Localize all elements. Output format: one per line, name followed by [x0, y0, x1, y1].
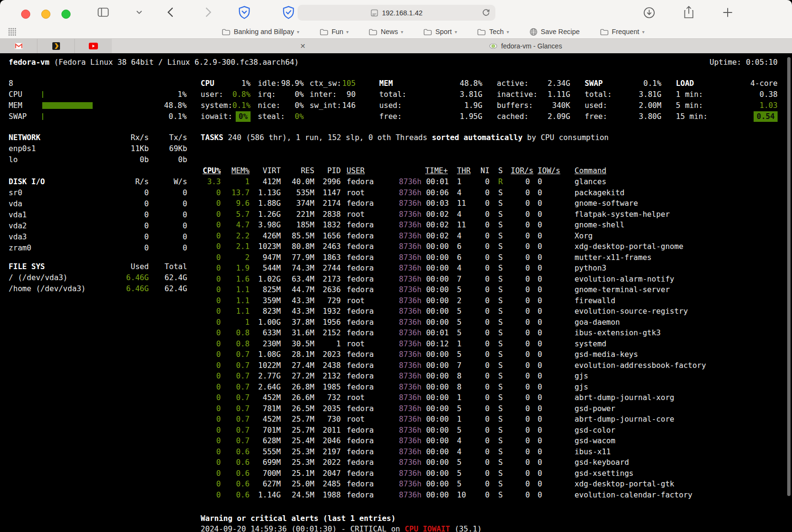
bookmark-news[interactable]: News▾ — [369, 28, 403, 35]
time-hours: 8736h — [399, 285, 421, 294]
process-row: 04.73.98G185M1832fedora8736h 00:02110S00… — [194, 220, 770, 230]
stat-mem2-row: buffers:340K — [497, 100, 570, 111]
stat-value: 3.81G — [460, 89, 482, 100]
cell-user: fedora — [341, 241, 399, 252]
cell-iow: 0 — [530, 490, 559, 500]
stat-value: 2.09G — [548, 111, 570, 122]
cell-cpu: 0 — [194, 436, 221, 446]
close-window-button[interactable] — [21, 10, 30, 19]
close-tab-icon[interactable]: ✕ — [300, 41, 306, 51]
time-hours: 8736h — [399, 307, 421, 316]
column-header-virt[interactable]: VIRT — [250, 166, 281, 176]
process-row: 00.7452M25.7M730root8736h 00:0010S00abrt… — [194, 414, 770, 425]
shield-extension-icon[interactable] — [238, 6, 251, 19]
cell-res: 24.5M — [281, 490, 314, 500]
cell-cmd: evolution-alarm-notify — [559, 274, 770, 284]
cell-ior: 0 — [511, 360, 530, 371]
pinned-tab-gmail[interactable] — [0, 39, 37, 53]
column-header-ni[interactable]: NI — [468, 166, 490, 176]
stat-mem2-row: active:2.34G — [497, 78, 570, 89]
new-tab-button[interactable] — [723, 8, 732, 17]
cell-cmd: gsd-color — [559, 425, 770, 436]
stat-label: used: — [379, 100, 402, 111]
share-button[interactable] — [684, 6, 694, 19]
cell-cmd: xdg-desktop-portal-gnome — [559, 241, 770, 252]
minimize-window-button[interactable] — [41, 10, 50, 19]
bookmark-save-recipe[interactable]: Save Recipe — [529, 28, 580, 36]
pinned-tab-plex[interactable] — [37, 39, 75, 53]
quicklook-label: SWAP — [9, 111, 27, 122]
forward-button[interactable] — [205, 7, 212, 17]
address-bar[interactable]: 192.168.1.42 — [298, 5, 495, 21]
tab-group-chevron-icon[interactable] — [136, 11, 142, 14]
time-minutes: 00:12 — [421, 339, 449, 348]
diskio-row: vda00 — [9, 199, 187, 209]
sidebar-toggle-icon[interactable] — [97, 7, 109, 17]
column-header-pid[interactable]: PID — [314, 166, 341, 176]
cell-cmd: gsd-wacom — [559, 436, 770, 446]
column-header-ior[interactable]: IOR/s — [511, 166, 530, 176]
active-tab[interactable]: ✕ fedora-vm - Glances — [112, 39, 792, 53]
value-2: 62.4G — [165, 272, 187, 283]
column-header-cmd[interactable]: Command — [559, 166, 770, 176]
url-text: 192.168.1.42 — [382, 9, 423, 17]
back-button[interactable] — [167, 7, 173, 17]
column-header-iow[interactable]: IOW/s — [530, 166, 559, 176]
cell-ni: 0 — [468, 263, 490, 273]
cell-virt: 452M — [250, 414, 281, 425]
cell-s: S — [490, 339, 511, 349]
cell-res: 185M — [281, 220, 314, 230]
column-header-cpu[interactable]: CPU% — [194, 166, 221, 176]
zoom-window-button[interactable] — [61, 10, 71, 19]
cell-time: 8736h 00:00 — [399, 252, 448, 263]
downloads-button[interactable] — [643, 7, 655, 19]
bookmark-tech[interactable]: Tech▾ — [477, 28, 509, 35]
value-2: 0 — [183, 199, 187, 209]
time-minutes: 00:00 — [421, 436, 449, 445]
app-grid-icon[interactable] — [8, 28, 16, 36]
col-header: Tx/s — [169, 132, 187, 143]
diskio-row: vda200 — [9, 221, 187, 231]
pinned-tab-youtube[interactable] — [75, 39, 112, 53]
stat-value: 0.54 — [754, 111, 778, 122]
column-header-s[interactable]: S — [490, 166, 511, 176]
bookmark-frequent[interactable]: Frequent▾ — [600, 28, 645, 35]
bookmark-sport[interactable]: Sport▾ — [423, 28, 457, 35]
reload-icon[interactable] — [482, 9, 490, 17]
column-header-thr[interactable]: THR — [448, 166, 468, 176]
time-hours: 8736h — [399, 436, 421, 445]
bookmark-banking-and-billpay[interactable]: Banking and Billpay▾ — [222, 28, 300, 35]
column-header-res[interactable]: RES — [281, 166, 314, 176]
stat-mem2-row: inactive:1.11G — [497, 89, 570, 100]
cell-ni: 0 — [468, 414, 490, 425]
cell-s: S — [490, 414, 511, 425]
col-header: W/s — [174, 177, 187, 187]
stat-swap-row: free:3.80G — [585, 111, 661, 122]
cell-user: fedora — [341, 490, 399, 500]
cell-user: fedora — [341, 252, 399, 263]
process-row: 01.61.02G63.4M2173fedora8736h 00:0070S00… — [194, 274, 770, 284]
cell-pid: 2197 — [314, 447, 341, 457]
process-row: 00.8230M30.5M1root8736h 00:1210S00system… — [194, 339, 770, 349]
value-1: 0 — [144, 243, 149, 253]
column-header-time[interactable]: TIME+ — [399, 166, 448, 176]
page-settings-icon[interactable] — [371, 9, 378, 17]
process-row: 00.72.77G27.2M2132fedora8736h 00:0080S00… — [194, 371, 770, 381]
cell-pid: 1932 — [314, 306, 341, 317]
time-minutes: 00:02 — [421, 210, 449, 219]
cell-res: 25.7M — [281, 414, 314, 425]
time-hours: 8736h — [399, 479, 421, 488]
column-header-mem[interactable]: MEM% — [221, 166, 250, 176]
cell-mem: 2 — [221, 252, 250, 263]
cell-ior: 0 — [511, 209, 530, 220]
time-hours: 8736h — [399, 469, 421, 478]
scrollbar-thumb[interactable] — [787, 57, 791, 496]
cell-pid: 1956 — [314, 317, 341, 328]
cell-res: 25.1M — [281, 468, 314, 479]
cell-virt: 1.08G — [250, 349, 281, 360]
column-header-user[interactable]: USER — [341, 166, 399, 176]
cell-s: S — [490, 490, 511, 500]
stat-label: 5 min: — [676, 100, 703, 111]
shield-check-extension-icon[interactable] — [282, 6, 295, 19]
bookmark-fun[interactable]: Fun▾ — [320, 28, 349, 35]
